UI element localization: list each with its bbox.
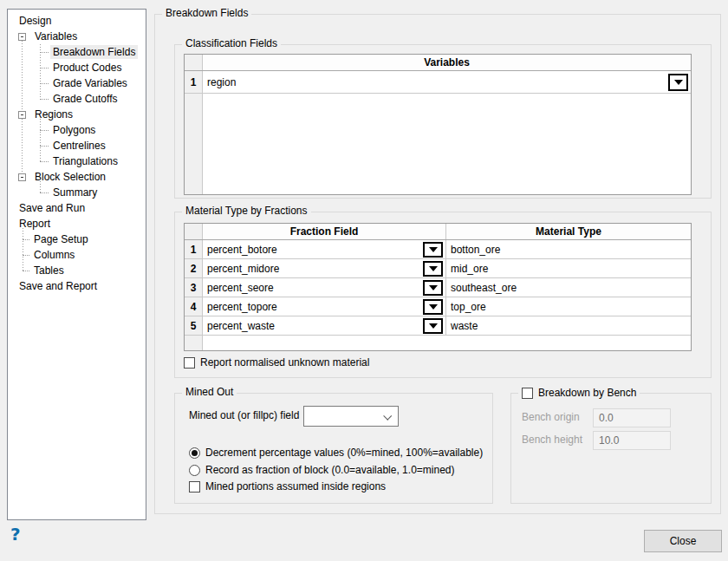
tree-branch-icon — [40, 99, 49, 100]
classification-fields-group: Classification Fields Variables 1 region — [174, 44, 712, 199]
mined-out-field-label-row: Mined out (or fillpc) field — [189, 409, 299, 421]
bench-origin-field: 0.0 — [593, 408, 671, 427]
mined-portions-row: Mined portions assumed inside regions — [189, 480, 386, 493]
mined-portions-checkbox[interactable] — [189, 481, 200, 493]
variables-cell[interactable]: region — [203, 71, 691, 93]
tree-branch-icon — [40, 146, 49, 147]
tree-branch-icon — [23, 239, 29, 240]
dropdown-arrow-icon[interactable] — [423, 261, 443, 277]
tree-branch-icon — [23, 271, 29, 271]
dropdown-arrow-icon[interactable] — [423, 299, 443, 315]
fraction-radio-button[interactable] — [189, 465, 200, 476]
table-row: 3 percent_seore southeast_ore — [185, 278, 691, 297]
row-number: 1 — [185, 240, 203, 258]
group-title: Material Type by Fractions — [182, 205, 311, 217]
row-number: 5 — [185, 316, 203, 335]
fraction-field-cell[interactable]: percent_midore — [203, 259, 446, 277]
classification-table-header: Variables — [185, 55, 691, 71]
tree-branch-icon — [40, 130, 49, 131]
tree-branch-icon — [40, 161, 49, 162]
tree-item-save-and-report[interactable]: Save and Report — [8, 278, 100, 294]
decrement-radio-button[interactable] — [189, 447, 200, 459]
dropdown-arrow-icon[interactable] — [423, 280, 443, 296]
row-number: 3 — [185, 278, 203, 297]
table-empty-area — [185, 94, 691, 194]
report-normalised-label: Report normalised unknown material — [200, 356, 369, 369]
material-type-by-fractions-group: Material Type by Fractions Fraction Fiel… — [174, 212, 712, 378]
tree-item-variables[interactable]: Variables — [8, 29, 80, 44]
tree-item-centrelines[interactable]: Centrelines — [8, 138, 108, 153]
decrement-radio-label: Decrement percentage values (0%=mined, 1… — [205, 447, 483, 459]
fraction-field-cell[interactable]: percent_waste — [203, 316, 446, 335]
tree-branch-icon — [40, 68, 49, 68]
bench-height-label: Bench height — [522, 434, 582, 446]
tree-item-block-selection[interactable]: Block Selection — [8, 169, 108, 185]
bench-origin-label: Bench origin — [522, 411, 580, 423]
table-row: 1 percent_botore botton_ore — [185, 240, 691, 259]
table-row: 5 percent_waste waste — [185, 316, 691, 336]
breakdown-fields-group: Breakdown Fields Classification Fields V… — [154, 14, 721, 514]
tree-item-product-codes[interactable]: Product Codes — [8, 60, 124, 75]
tree-item-triangulations[interactable]: Triangulations — [8, 153, 120, 169]
group-title: Breakdown Fields — [162, 7, 251, 19]
tree-item-breakdown-fields[interactable]: Breakdown Fields — [8, 44, 138, 60]
mined-out-field-combobox[interactable] — [303, 406, 399, 427]
tree-item-design[interactable]: Design — [8, 13, 54, 29]
row-number-header — [185, 224, 203, 239]
tree-branch-icon — [40, 192, 49, 193]
tree-item-regions[interactable]: Regions — [8, 107, 75, 122]
tree-item-report[interactable]: Report — [8, 216, 53, 232]
chevron-down-icon — [383, 412, 392, 421]
row-number: 4 — [185, 297, 203, 316]
tree-branch-icon — [40, 83, 49, 84]
breakdown-fields-dialog: Design Variables Breakdown Fields Produc… — [0, 0, 728, 561]
material-type-cell[interactable]: mid_ore — [446, 259, 691, 277]
table-row: 2 percent_midore mid_ore — [185, 259, 691, 278]
fraction-field-cell[interactable]: percent_seore — [203, 278, 446, 297]
mined-portions-label: Mined portions assumed inside regions — [205, 480, 386, 493]
tree-branch-icon — [40, 52, 49, 53]
fractions-table-header: Fraction Field Material Type — [185, 224, 691, 240]
tree-item-summary[interactable]: Summary — [8, 185, 100, 200]
table-row: 4 percent_topore top_ore — [185, 297, 691, 316]
fractions-table: Fraction Field Material Type 1 percent_b… — [184, 223, 692, 351]
tree-item-grade-variables[interactable]: Grade Variables — [8, 75, 130, 91]
fraction-field-cell[interactable]: percent_botore — [203, 240, 446, 258]
tree-item-columns[interactable]: Columns — [8, 247, 77, 263]
tree-item-save-and-run[interactable]: Save and Run — [8, 200, 88, 216]
collapse-minus-icon[interactable] — [18, 173, 26, 181]
dropdown-arrow-icon[interactable] — [423, 318, 443, 334]
tree-branch-icon — [23, 255, 29, 256]
bench-height-field: 10.0 — [593, 431, 671, 450]
breakdown-by-bench-label: Breakdown by Bench — [538, 387, 636, 399]
navigation-tree: Design Variables Breakdown Fields Produc… — [7, 9, 146, 520]
tree-item-polygons[interactable]: Polygons — [8, 122, 98, 138]
material-type-cell[interactable]: waste — [446, 316, 691, 335]
tree-item-grade-cutoffs[interactable]: Grade Cutoffs — [8, 91, 120, 107]
decrement-option-row: Decrement percentage values (0%=mined, 1… — [189, 447, 483, 459]
fraction-radio-label: Record as fraction of block (0.0=availab… — [205, 464, 455, 476]
classification-table: Variables 1 region — [184, 54, 692, 195]
dropdown-arrow-icon[interactable] — [668, 74, 688, 91]
report-normalised-checkbox[interactable] — [184, 357, 195, 369]
breakdown-by-bench-checkbox[interactable] — [522, 388, 533, 399]
help-icon[interactable]: ? — [10, 524, 21, 545]
material-type-column-header: Material Type — [446, 224, 691, 239]
fraction-option-row: Record as fraction of block (0.0=availab… — [189, 464, 455, 476]
dropdown-arrow-icon[interactable] — [423, 242, 443, 258]
tree-item-page-setup[interactable]: Page Setup — [8, 232, 91, 247]
collapse-minus-icon[interactable] — [18, 111, 26, 119]
tree-item-tables[interactable]: Tables — [8, 263, 67, 278]
material-type-cell[interactable]: southeast_ore — [446, 278, 691, 297]
fraction-field-cell[interactable]: percent_topore — [203, 297, 446, 316]
group-title: Mined Out — [182, 386, 237, 398]
table-row: 1 region — [185, 71, 691, 94]
material-type-cell[interactable]: botton_ore — [446, 240, 691, 258]
close-button[interactable]: Close — [644, 530, 722, 552]
variables-column-header: Variables — [203, 55, 691, 70]
row-number-header — [185, 55, 203, 70]
material-type-cell[interactable]: top_ore — [446, 297, 691, 316]
breakdown-by-bench-group: Breakdown by Bench Bench origin 0.0 Benc… — [510, 393, 712, 504]
collapse-minus-icon[interactable] — [18, 33, 26, 41]
normalise-checkbox-row: Report normalised unknown material — [184, 356, 369, 369]
